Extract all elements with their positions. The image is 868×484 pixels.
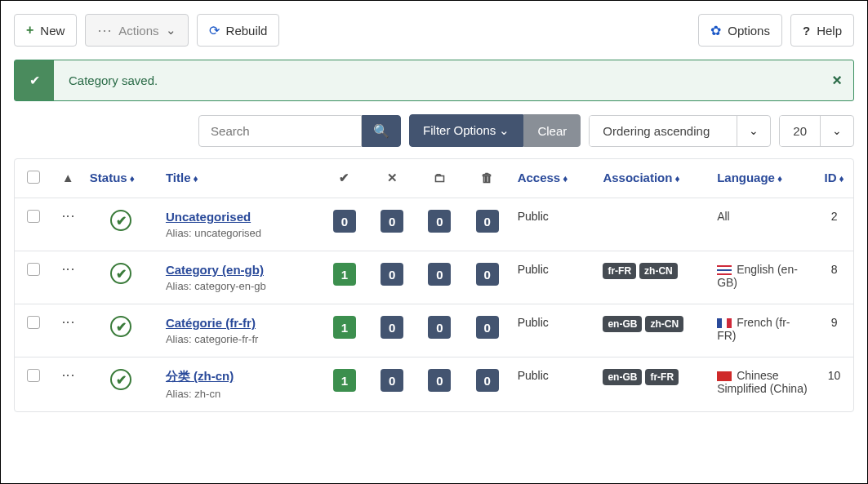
association-column[interactable]: Association♦ <box>596 159 710 198</box>
row-checkbox[interactable] <box>27 210 40 223</box>
association-badge[interactable]: zh-CN <box>639 263 678 279</box>
categories-table: ▲ Status♦ Title♦ ✔ ✕ 🗀 🗑 Access♦ Associa… <box>15 159 853 411</box>
association-badge[interactable]: fr-FR <box>603 263 636 279</box>
filter-options-button[interactable]: Filter Options ⌄ <box>409 114 523 147</box>
alias-text: Alias: categorie-fr-fr <box>166 333 314 345</box>
table-row: ⋮ ✔ Uncategorised Alias: uncategorised 0… <box>15 198 853 251</box>
status-column[interactable]: Status♦ <box>83 159 159 198</box>
rebuild-button[interactable]: ⟳ Rebuild <box>197 14 280 47</box>
language-column[interactable]: Language♦ <box>710 159 815 198</box>
status-published-icon[interactable]: ✔ <box>110 210 131 231</box>
refresh-icon: ⟳ <box>209 23 220 38</box>
id-column[interactable]: ID♦ <box>815 159 853 198</box>
chevron-down-icon: ⌄ <box>820 116 853 146</box>
actions-button[interactable]: ⋯ Actions ⌄ <box>85 14 188 47</box>
access-text: Public <box>511 198 597 251</box>
id-text: 9 <box>815 304 853 357</box>
archived-count[interactable]: 0 <box>428 316 451 339</box>
unpublished-column[interactable]: ✕ <box>368 159 416 198</box>
status-published-icon[interactable]: ✔ <box>110 263 131 284</box>
table-row: ⋮ ✔ Catégorie (fr-fr) Alias: categorie-f… <box>15 304 853 357</box>
association-badge[interactable]: zh-CN <box>645 316 683 332</box>
language-text: French (fr-FR) <box>710 304 815 357</box>
select-all-checkbox[interactable] <box>27 171 40 184</box>
ordering-select[interactable]: Ordering ascending ⌄ <box>589 115 771 147</box>
limit-select[interactable]: 20 ⌄ <box>779 115 854 147</box>
table-row: ⋮ ✔ Category (en-gb) Alias: category-en-… <box>15 251 853 304</box>
id-text: 8 <box>815 251 853 304</box>
trash-icon: 🗑 <box>481 171 493 184</box>
language-text: Chinese Simplified (China) <box>710 357 815 412</box>
search-input[interactable] <box>198 115 362 147</box>
published-count[interactable]: 0 <box>333 210 356 233</box>
ordering-column[interactable]: ▲ <box>53 159 83 198</box>
unpublished-count[interactable]: 0 <box>381 210 403 233</box>
unpublished-count[interactable]: 0 <box>381 316 403 339</box>
published-count[interactable]: 1 <box>333 263 356 286</box>
published-count[interactable]: 1 <box>333 316 356 339</box>
filter-options-label: Filter Options <box>423 123 496 137</box>
trashed-count[interactable]: 0 <box>476 263 499 286</box>
published-column[interactable]: ✔ <box>321 159 368 198</box>
archived-count[interactable]: 0 <box>428 210 451 233</box>
association-cell <box>596 198 710 251</box>
help-button-label: Help <box>817 24 842 38</box>
archived-count[interactable]: 0 <box>428 369 451 392</box>
table-row: ⋮ ✔ 分类 (zh-cn) Alias: zh-cn 1 0 0 0 Publ… <box>15 357 853 412</box>
alias-text: Alias: zh-cn <box>166 388 314 400</box>
trashed-count[interactable]: 0 <box>476 210 499 233</box>
row-checkbox[interactable] <box>27 263 40 276</box>
unpublished-count[interactable]: 0 <box>381 263 403 286</box>
clear-button[interactable]: Clear <box>523 114 581 147</box>
language-text: All <box>710 198 815 251</box>
archived-count[interactable]: 0 <box>428 263 451 286</box>
status-published-icon[interactable]: ✔ <box>110 316 131 337</box>
options-button[interactable]: ✿ Options <box>698 14 782 47</box>
alert-success: ✔ Category saved. × <box>14 60 854 101</box>
flag-fr-icon <box>717 318 732 328</box>
archived-column[interactable]: 🗀 <box>416 159 463 198</box>
new-button-label: New <box>40 24 65 38</box>
alias-text: Alias: category-en-gb <box>166 280 314 292</box>
row-drag-icon[interactable]: ⋮ <box>61 316 74 327</box>
association-cell: fr-FRzh-CN <box>596 251 710 304</box>
search-icon: 🔍 <box>373 123 389 139</box>
row-drag-icon[interactable]: ⋮ <box>61 263 74 274</box>
row-checkbox[interactable] <box>27 316 40 329</box>
title-link[interactable]: Catégorie (fr-fr) <box>166 316 256 330</box>
trashed-column[interactable]: 🗑 <box>463 159 510 198</box>
status-published-icon[interactable]: ✔ <box>110 369 131 390</box>
association-badge[interactable]: en-GB <box>603 316 642 332</box>
title-column[interactable]: Title♦ <box>159 159 321 198</box>
close-icon[interactable]: × <box>821 60 853 100</box>
x-icon: ✕ <box>387 171 398 184</box>
chevron-down-icon: ⌄ <box>737 116 770 146</box>
row-checkbox[interactable] <box>27 369 40 382</box>
ellipsis-icon: ⋯ <box>97 21 112 39</box>
gear-icon: ✿ <box>710 23 721 38</box>
unpublished-count[interactable]: 0 <box>381 369 403 392</box>
title-link[interactable]: Category (en-gb) <box>166 263 264 277</box>
row-drag-icon[interactable]: ⋮ <box>61 369 74 380</box>
chevron-down-icon: ⌄ <box>166 23 176 38</box>
access-column[interactable]: Access♦ <box>511 159 597 198</box>
access-text: Public <box>511 251 597 304</box>
trashed-count[interactable]: 0 <box>476 369 499 392</box>
search-button[interactable]: 🔍 <box>362 115 401 147</box>
published-count[interactable]: 1 <box>333 369 356 392</box>
title-link[interactable]: 分类 (zh-cn) <box>166 369 234 383</box>
filter-bar: 🔍 Filter Options ⌄ Clear Ordering ascend… <box>14 114 854 147</box>
trashed-count[interactable]: 0 <box>476 316 499 339</box>
association-badge[interactable]: fr-FR <box>645 369 679 385</box>
options-button-label: Options <box>728 24 770 38</box>
row-drag-icon[interactable]: ⋮ <box>61 210 74 221</box>
association-cell: en-GBfr-FR <box>596 357 710 412</box>
title-link[interactable]: Uncategorised <box>166 210 251 224</box>
association-badge[interactable]: en-GB <box>603 369 642 385</box>
alert-message: Category saved. <box>54 60 821 100</box>
toolbar: + New ⋯ Actions ⌄ ⟳ Rebuild ✿ Options ? … <box>14 14 854 47</box>
new-button[interactable]: + New <box>14 14 77 47</box>
id-text: 2 <box>815 198 853 251</box>
access-text: Public <box>511 357 597 412</box>
help-button[interactable]: ? Help <box>790 14 854 47</box>
